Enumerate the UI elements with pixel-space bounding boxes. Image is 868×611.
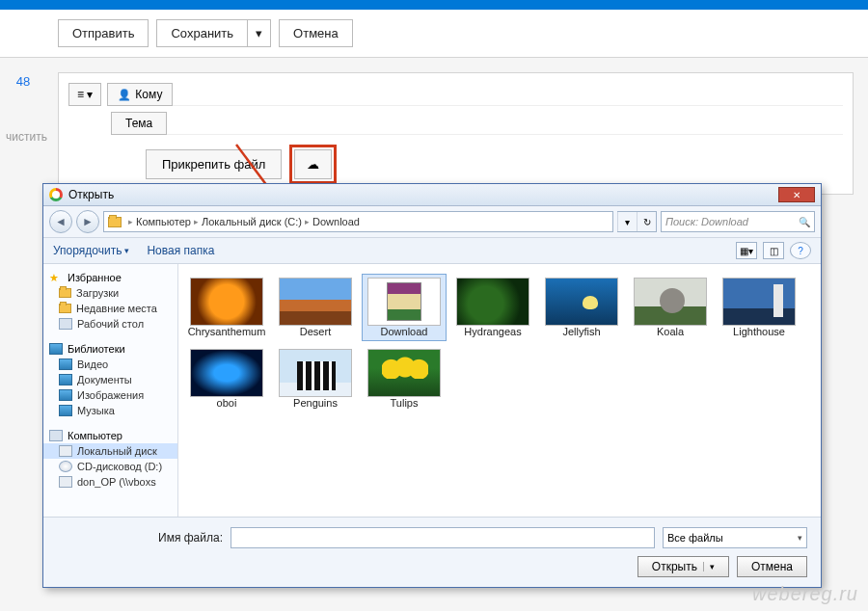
dialog-titlebar[interactable]: Открыть ✕ [43, 184, 821, 206]
save-dropdown-button[interactable]: ▾ [247, 19, 271, 47]
attach-file-button[interactable]: Прикрепить файл [146, 149, 282, 179]
sidebar-item-network[interactable]: don_OP (\\vboxs [43, 474, 177, 490]
filename-label: Имя файла: [158, 531, 223, 545]
thumbnail [279, 349, 352, 397]
sidebar-item-recent[interactable]: Недавние места [43, 301, 177, 316]
thumbnail [634, 278, 707, 326]
filetype-combo[interactable]: Все файлы [663, 527, 807, 548]
left-rail: 48 чистить [0, 53, 46, 89]
dialog-nav: ◄ ► ▸ Компьютер ▸ Локальный диск (C:) ▸ … [43, 206, 821, 238]
drive-icon [59, 445, 72, 457]
save-button[interactable]: Сохранить [156, 19, 247, 47]
file-item[interactable]: Chrysanthemum [184, 274, 269, 341]
dialog-cancel-button[interactable]: Отмена [737, 556, 807, 577]
file-grid[interactable]: Chrysanthemum Desert Download Hydrangeas… [178, 264, 821, 517]
drive-icon [59, 476, 72, 488]
sidebar-computer[interactable]: Компьютер [43, 426, 177, 443]
file-item[interactable]: Penguins [273, 345, 358, 412]
cloud-icon: ☁ [307, 157, 319, 172]
disc-icon [59, 461, 72, 472]
chrome-icon [49, 188, 63, 201]
attach-row: Прикрепить файл ☁ [146, 145, 843, 184]
chevron-right-icon: ▸ [128, 217, 133, 226]
compose-toolbar: Отправить Сохранить ▾ Отмена [0, 10, 868, 58]
folder-icon [108, 217, 122, 227]
subject-row: Тема [111, 112, 843, 135]
computer-icon [49, 430, 63, 441]
thumbnail [279, 278, 352, 326]
chevron-right-icon: ▸ [194, 217, 199, 226]
file-item[interactable]: Lighthouse [717, 274, 801, 341]
subject-label: Тема [111, 112, 167, 135]
sidebar-item-cd[interactable]: CD-дисковод (D:) [43, 459, 177, 474]
path-drive[interactable]: Локальный диск (C:) [202, 216, 302, 227]
forward-button[interactable]: ► [76, 210, 99, 233]
filename-input[interactable] [231, 527, 655, 548]
cancel-button[interactable]: Отмена [279, 19, 353, 47]
organize-menu[interactable]: Упорядочить [53, 244, 129, 257]
dialog-title: Открыть [68, 188, 114, 201]
dialog-toolbar: Упорядочить Новая папка ▦▾ ◫ ? [43, 238, 821, 264]
subject-input[interactable] [167, 113, 843, 135]
view-tools: ▦▾ ◫ ? [736, 242, 811, 259]
file-item[interactable]: Hydrangeas [450, 274, 535, 341]
to-field-button[interactable]: 👤Кому [107, 83, 173, 106]
file-item[interactable]: Tulips [362, 345, 447, 412]
document-icon [59, 374, 72, 385]
sidebar-item-images[interactable]: Изображения [43, 387, 177, 403]
sidebar-favorites[interactable]: ★Избранное [43, 268, 177, 285]
sidebar-item-docs[interactable]: Документы [43, 372, 177, 387]
thumbnail [190, 349, 263, 397]
sidebar-item-downloads[interactable]: Загрузки [43, 285, 177, 301]
file-item[interactable]: oboi [184, 345, 269, 412]
compose-panel: ≡ ▾ 👤Кому Тема Прикрепить файл ☁ [58, 72, 854, 195]
close-button[interactable]: ✕ [778, 187, 815, 202]
image-icon [59, 389, 72, 401]
back-button[interactable]: ◄ [49, 210, 72, 233]
path-computer[interactable]: Компьютер [136, 216, 191, 227]
open-button[interactable]: Открыть [637, 556, 729, 577]
sidebar-item-music[interactable]: Музыка [43, 403, 177, 418]
sidebar-item-local-disk[interactable]: Локальный диск [43, 443, 177, 459]
thumbnail [722, 278, 796, 326]
save-button-group: Сохранить ▾ [156, 19, 271, 47]
help-button[interactable]: ? [790, 242, 811, 259]
library-icon [49, 343, 63, 355]
path-dropdown-button[interactable]: ▾ [617, 212, 637, 231]
sidebar-libraries[interactable]: Библиотеки [43, 339, 177, 357]
archive-icon [387, 282, 421, 321]
sidebar-item-video[interactable]: Видео [43, 357, 177, 372]
folder-icon [59, 304, 71, 313]
search-input[interactable]: Поиск: Download [661, 211, 815, 232]
highlighted-cloud-box: ☁ [289, 145, 337, 184]
to-label: Кому [135, 88, 162, 101]
new-folder-button[interactable]: Новая папка [147, 244, 214, 257]
file-item[interactable]: Jellyfish [539, 274, 624, 341]
to-row: ≡ ▾ 👤Кому [68, 83, 843, 106]
attach-cloud-button[interactable]: ☁ [294, 149, 332, 179]
refresh-button[interactable]: ↻ [637, 212, 656, 231]
desktop-icon [59, 318, 72, 330]
preview-pane-button[interactable]: ◫ [763, 242, 784, 259]
to-input[interactable] [173, 84, 843, 106]
path-controls: ▾ ↻ [617, 211, 657, 232]
video-icon [59, 359, 72, 370]
thumbnail [456, 278, 529, 326]
send-button[interactable]: Отправить [58, 19, 149, 47]
path-folder[interactable]: Download [312, 216, 360, 227]
app-header-bar [0, 0, 868, 10]
dialog-footer: Имя файла: Все файлы Открыть Отмена [43, 517, 821, 587]
file-item[interactable]: Koala [628, 274, 713, 341]
open-file-dialog: Открыть ✕ ◄ ► ▸ Компьютер ▸ Локальный ди… [42, 183, 822, 588]
chevron-right-icon: ▸ [305, 217, 310, 226]
breadcrumb[interactable]: ▸ Компьютер ▸ Локальный диск (C:) ▸ Down… [103, 211, 613, 232]
view-mode-button[interactable]: ▦▾ [736, 242, 757, 259]
person-icon: 👤 [118, 89, 131, 100]
file-item[interactable]: Desert [273, 274, 358, 341]
clear-link[interactable]: чистить [6, 130, 47, 144]
file-item-selected[interactable]: Download [362, 274, 447, 341]
sidebar-item-desktop[interactable]: Рабочий стол [43, 316, 177, 332]
thumbnail [367, 349, 441, 397]
options-dropdown[interactable]: ≡ ▾ [68, 83, 101, 106]
thumbnail [545, 278, 618, 326]
